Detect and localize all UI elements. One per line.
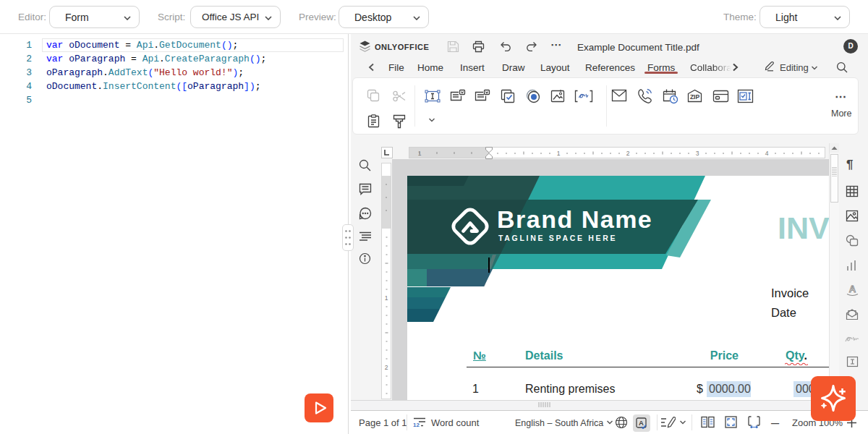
svg-text:1: 1 (557, 150, 561, 157)
svg-text:2: 2 (626, 150, 630, 157)
svg-text:1: 1 (418, 150, 422, 157)
svg-text:12: 12 (413, 422, 420, 428)
svg-text:2: 2 (385, 364, 388, 371)
svg-text:4: 4 (765, 150, 769, 157)
svg-text:A: A (849, 284, 856, 294)
svg-text:ZIP: ZIP (690, 93, 700, 101)
svg-text:1: 1 (385, 294, 388, 302)
svg-text:3: 3 (696, 150, 699, 157)
svg-text:A: A (639, 419, 644, 427)
